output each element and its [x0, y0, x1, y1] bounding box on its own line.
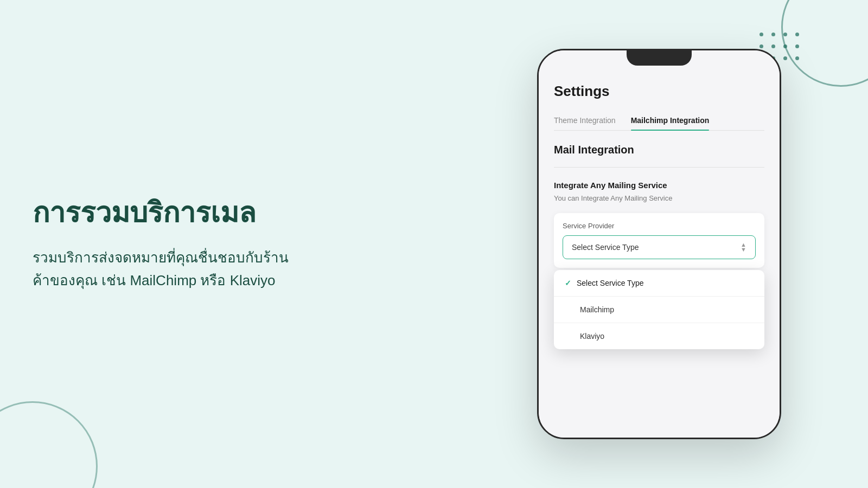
- decorative-circle-bottom-left: [0, 401, 98, 488]
- phone-notch: [627, 50, 692, 66]
- mail-integration-title: Mail Integration: [554, 144, 764, 156]
- select-arrows-icon: ▲ ▼: [741, 242, 746, 252]
- tab-theme-integration[interactable]: Theme Integration: [554, 111, 616, 130]
- section-title: Integrate Any Mailing Service: [554, 181, 764, 190]
- dropdown-item-mailchimp[interactable]: Mailchimp: [554, 297, 764, 323]
- phone-mockup: Settings Theme Integration Mailchimp Int…: [537, 49, 781, 439]
- phone-frame: Settings Theme Integration Mailchimp Int…: [537, 49, 781, 439]
- dropdown-menu: ✓ Select Service Type Mailchimp Klaviyo: [554, 270, 764, 349]
- check-icon: ✓: [565, 279, 571, 287]
- phone-content: Settings Theme Integration Mailchimp Int…: [539, 50, 780, 438]
- service-provider-label: Service Provider: [563, 222, 756, 230]
- dropdown-item-klaviyo[interactable]: Klaviyo: [554, 323, 764, 349]
- tab-mailchimp-integration[interactable]: Mailchimp Integration: [631, 111, 710, 130]
- main-title: การรวมบริการเมล: [33, 196, 347, 229]
- settings-title: Settings: [554, 83, 764, 100]
- dropdown-item-select-service-type[interactable]: ✓ Select Service Type: [554, 270, 764, 297]
- section-description: You can Integrate Any Mailing Service: [554, 194, 764, 202]
- service-provider-box: Service Provider Select Service Type ▲ ▼…: [554, 213, 764, 268]
- subtitle: รวมบริการส่งจดหมายที่คุณชื่นชอบกับร้าน ค…: [33, 247, 347, 292]
- left-panel: การรวมบริการเมล รวมบริการส่งจดหมายที่คุณ…: [33, 196, 347, 292]
- tabs-bar: Theme Integration Mailchimp Integration: [554, 111, 764, 131]
- divider: [554, 167, 764, 168]
- service-type-select[interactable]: Select Service Type ▲ ▼: [563, 235, 756, 259]
- select-value: Select Service Type: [572, 243, 639, 252]
